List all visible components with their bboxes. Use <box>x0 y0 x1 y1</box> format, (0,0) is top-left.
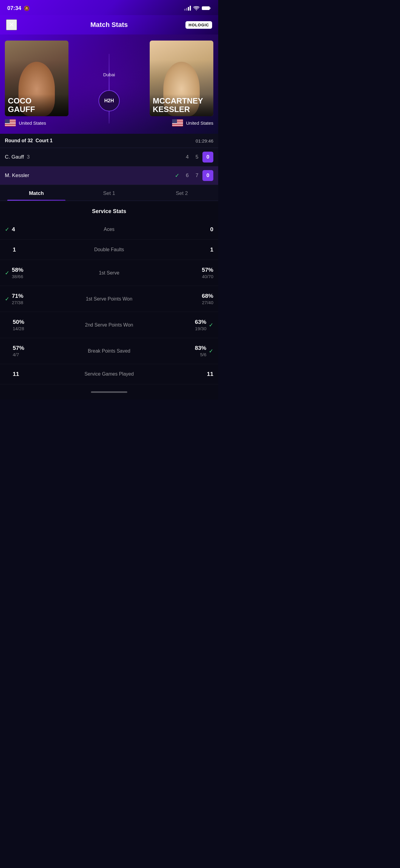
tournament-name: Dubai <box>103 72 115 77</box>
player1-country-name: United States <box>19 120 46 126</box>
player1-photo: COCO GAUFF <box>5 40 68 116</box>
stats-content: Service Stats ✓ 4 Aces 0 1 Double Faults… <box>0 201 218 384</box>
bottom-scroll <box>0 384 218 400</box>
stat-1st-serve-pts-left: ✓ 71% 27/38 <box>5 293 44 305</box>
tab-match[interactable]: Match <box>0 185 73 200</box>
stat-1st-serve-pts-right: 68% 27/40 <box>174 293 213 305</box>
svg-rect-4 <box>202 6 210 10</box>
score-player2-sets: ✓ 6 7 <box>175 172 200 179</box>
svc-games-left-value: 11 <box>13 371 19 377</box>
1st-serve-pts-left-winner-icon: ✓ <box>5 296 9 302</box>
1st-serve-right-frac: 40/70 <box>202 274 213 279</box>
score-player2-name: M. Kessler <box>5 173 175 179</box>
1st-serve-pts-left-frac: 27/38 <box>12 300 23 305</box>
close-button[interactable]: ✕ <box>6 19 17 30</box>
1st-serve-left-winner-icon: ✓ <box>5 270 9 276</box>
player2-current-score: 0 <box>202 170 213 181</box>
svg-rect-5 <box>210 7 210 9</box>
stat-break-pts-left: 57% 4/7 <box>5 345 44 357</box>
break-pts-right-pct: 83% <box>195 345 206 351</box>
wifi-icon <box>193 6 199 10</box>
player2-set1: 6 <box>184 173 190 179</box>
player1-country: United States <box>5 119 46 126</box>
stat-svc-games-right: 11 <box>174 371 213 377</box>
header: ✕ Match Stats HOLOGIC <box>0 15 218 34</box>
match-round: Round of 32 Court 1 <box>5 138 52 144</box>
player1-set2: 5 <box>194 154 200 160</box>
stat-row-1st-serve-pts: ✓ 71% 27/38 1st Serve Points Won 68% 27/… <box>0 286 218 312</box>
aces-left-winner-icon: ✓ <box>5 226 9 233</box>
1st-serve-pts-right-frac: 27/40 <box>202 300 213 305</box>
player1-current-score: 0 <box>202 152 213 162</box>
2nd-serve-pts-right-frac: 19/30 <box>195 326 206 331</box>
score-player1-sets: 4 5 <box>184 154 200 160</box>
player2-set2: 7 <box>194 173 200 179</box>
stat-break-pts-right: 83% 5/6 ✓ <box>174 345 213 357</box>
stat-row-2nd-serve-pts: 50% 14/28 2nd Serve Points Won 63% 19/30… <box>0 312 218 338</box>
2nd-serve-pts-right-pct: 63% <box>195 319 206 326</box>
stat-row-break-pts: 57% 4/7 Break Points Saved 83% 5/6 ✓ <box>0 338 218 364</box>
player2-flag <box>172 119 183 126</box>
stat-row-double-faults: 1 Double Faults 1 <box>0 240 218 260</box>
1st-serve-right-pct: 57% <box>202 267 213 273</box>
player2-photo: MCCARTNEY KESSLER <box>150 40 213 116</box>
player2-country: United States <box>172 119 213 126</box>
df-left-value: 1 <box>13 246 16 253</box>
match-duration: 01:29:46 <box>196 138 213 144</box>
h2h-button[interactable]: H2H <box>98 90 120 112</box>
h2h-line-bottom <box>109 112 109 123</box>
signal-icon <box>184 6 191 10</box>
player-section: COCO GAUFF United States Dubai H2H <box>0 34 218 134</box>
stat-2nd-serve-pts-right: 63% 19/30 ✓ <box>174 319 213 331</box>
score-row-player1: C. Gauff 3 4 5 0 <box>0 148 218 166</box>
break-pts-right-winner-icon: ✓ <box>209 348 213 354</box>
score-player1-name: C. Gauff 3 <box>5 154 184 160</box>
break-pts-left-frac: 4/7 <box>13 352 19 357</box>
2nd-serve-pts-left-pct: 50% <box>13 319 24 326</box>
2nd-serve-pts-left-frac: 14/28 <box>13 326 24 331</box>
tab-set1[interactable]: Set 1 <box>73 185 145 200</box>
header-title: Match Stats <box>90 21 127 29</box>
player2-name-overlay: MCCARTNEY KESSLER <box>150 94 213 116</box>
score-row-player2: M. Kessler ✓ 6 7 0 <box>0 166 218 185</box>
match-info-bar: Round of 32 Court 1 01:29:46 <box>0 134 218 148</box>
1st-serve-left-pct: 58% <box>12 267 23 273</box>
2nd-serve-pts-right-winner-icon: ✓ <box>209 322 213 329</box>
player1-card: COCO GAUFF United States <box>5 40 72 126</box>
status-icons <box>184 6 211 10</box>
bell-icon: 🔕 <box>24 5 30 11</box>
battery-icon <box>202 6 211 10</box>
player2-name: MCCARTNEY KESSLER <box>153 97 210 114</box>
scroll-indicator <box>91 391 127 393</box>
1st-serve-pts-left-pct: 71% <box>12 293 23 299</box>
1st-serve-pts-label: 1st Serve Points Won <box>44 296 174 302</box>
score-section: C. Gauff 3 4 5 0 M. Kessler ✓ 6 7 0 <box>0 148 218 185</box>
tab-set2[interactable]: Set 2 <box>145 185 218 200</box>
break-pts-right-frac: 5/6 <box>200 352 206 357</box>
player1-name-overlay: COCO GAUFF <box>5 94 68 116</box>
sponsor-logo: HOLOGIC <box>185 21 212 29</box>
df-label: Double Faults <box>44 247 174 252</box>
player2-country-name: United States <box>186 120 213 126</box>
aces-right-value: 0 <box>210 226 213 233</box>
1st-serve-left-frac: 38/66 <box>12 274 23 279</box>
stat-row-svc-games: 11 Service Games Played 11 <box>0 364 218 384</box>
stat-svc-games-left: 11 <box>5 371 44 377</box>
player1-set1: 4 <box>184 154 190 160</box>
player1-name: COCO GAUFF <box>8 97 65 114</box>
stat-2nd-serve-pts-left: 50% 14/28 <box>5 319 44 331</box>
df-right-value: 1 <box>210 246 213 253</box>
player2-card: MCCARTNEY KESSLER United States <box>147 40 213 126</box>
service-stats-title: Service Stats <box>0 201 218 219</box>
2nd-serve-pts-label: 2nd Serve Points Won <box>44 322 174 328</box>
svg-rect-0 <box>184 9 185 10</box>
stat-1st-serve-right: 57% 40/70 <box>174 267 213 279</box>
aces-left-value: 4 <box>12 226 15 233</box>
svg-rect-2 <box>188 7 189 10</box>
1st-serve-pts-right-pct: 68% <box>202 293 213 299</box>
stat-aces-left: ✓ 4 <box>5 226 44 233</box>
h2h-center: Dubai H2H <box>98 54 120 126</box>
stat-row-1st-serve: ✓ 58% 38/66 1st Serve 57% 40/70 <box>0 260 218 286</box>
status-bar: 07:34 🔕 <box>0 0 218 15</box>
winner-check-icon: ✓ <box>175 172 179 179</box>
